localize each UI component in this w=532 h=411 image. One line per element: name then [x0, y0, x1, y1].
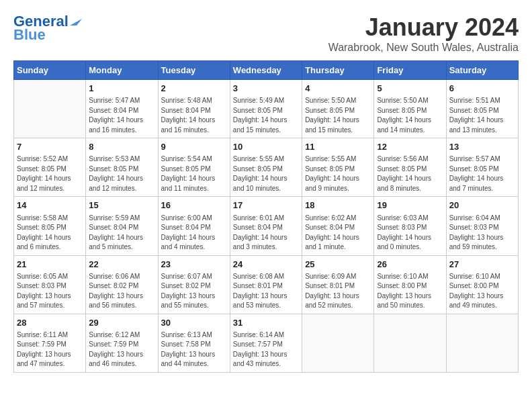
- calendar-cell: 25Sunrise: 6:09 AM Sunset: 8:01 PM Dayli…: [302, 255, 374, 314]
- day-number: 2: [161, 83, 227, 95]
- day-info: Sunrise: 6:02 AM Sunset: 8:04 PM Dayligh…: [305, 214, 371, 253]
- calendar-cell: [302, 314, 374, 372]
- day-info: Sunrise: 6:13 AM Sunset: 7:58 PM Dayligh…: [161, 330, 227, 369]
- week-row-3: 14Sunrise: 5:58 AM Sunset: 8:05 PM Dayli…: [14, 197, 519, 255]
- day-info: Sunrise: 6:05 AM Sunset: 8:03 PM Dayligh…: [17, 272, 83, 311]
- calendar-cell: 3Sunrise: 5:49 AM Sunset: 8:05 PM Daylig…: [230, 80, 302, 138]
- day-number: 11: [305, 141, 371, 153]
- day-info: Sunrise: 5:49 AM Sunset: 8:05 PM Dayligh…: [233, 96, 299, 135]
- day-info: Sunrise: 6:09 AM Sunset: 8:01 PM Dayligh…: [305, 272, 371, 311]
- calendar-cell: 28Sunrise: 6:11 AM Sunset: 7:59 PM Dayli…: [14, 314, 86, 372]
- weekday-header-tuesday: Tuesday: [158, 61, 230, 80]
- logo-blue-text: Blue: [13, 27, 46, 43]
- calendar-cell: [14, 80, 86, 138]
- calendar-cell: 10Sunrise: 5:55 AM Sunset: 8:05 PM Dayli…: [230, 138, 302, 197]
- calendar-cell: 8Sunrise: 5:53 AM Sunset: 8:05 PM Daylig…: [86, 138, 158, 197]
- calendar-cell: 19Sunrise: 6:03 AM Sunset: 8:03 PM Dayli…: [374, 197, 446, 255]
- calendar-title: January 2024: [328, 13, 519, 42]
- calendar-cell: 1Sunrise: 5:47 AM Sunset: 8:04 PM Daylig…: [86, 80, 158, 138]
- weekday-header-saturday: Saturday: [446, 61, 518, 80]
- day-number: 19: [377, 199, 443, 212]
- calendar-cell: 2Sunrise: 5:48 AM Sunset: 8:04 PM Daylig…: [158, 80, 230, 138]
- day-number: 28: [17, 317, 83, 329]
- day-number: 16: [161, 199, 227, 212]
- day-info: Sunrise: 5:57 AM Sunset: 8:05 PM Dayligh…: [449, 154, 515, 193]
- day-info: Sunrise: 5:54 AM Sunset: 8:05 PM Dayligh…: [161, 154, 227, 193]
- day-info: Sunrise: 5:53 AM Sunset: 8:05 PM Dayligh…: [89, 154, 154, 193]
- day-number: 14: [17, 199, 83, 212]
- day-info: Sunrise: 6:07 AM Sunset: 8:02 PM Dayligh…: [161, 272, 227, 311]
- week-row-5: 28Sunrise: 6:11 AM Sunset: 7:59 PM Dayli…: [14, 314, 519, 372]
- day-info: Sunrise: 6:00 AM Sunset: 8:04 PM Dayligh…: [161, 214, 227, 253]
- calendar-cell: 17Sunrise: 6:01 AM Sunset: 8:04 PM Dayli…: [230, 197, 302, 255]
- day-info: Sunrise: 6:01 AM Sunset: 8:04 PM Dayligh…: [233, 214, 299, 253]
- logo: General Blue: [13, 13, 82, 43]
- calendar-cell: 11Sunrise: 5:55 AM Sunset: 8:05 PM Dayli…: [302, 138, 374, 197]
- day-info: Sunrise: 5:50 AM Sunset: 8:05 PM Dayligh…: [305, 96, 371, 135]
- calendar-cell: 26Sunrise: 6:10 AM Sunset: 8:00 PM Dayli…: [374, 255, 446, 314]
- calendar-cell: 16Sunrise: 6:00 AM Sunset: 8:04 PM Dayli…: [158, 197, 230, 255]
- weekday-header-thursday: Thursday: [302, 61, 374, 80]
- day-number: 20: [449, 199, 515, 212]
- day-number: 9: [161, 141, 227, 153]
- day-info: Sunrise: 6:08 AM Sunset: 8:01 PM Dayligh…: [233, 272, 299, 311]
- day-number: 29: [89, 317, 154, 329]
- week-row-4: 21Sunrise: 6:05 AM Sunset: 8:03 PM Dayli…: [14, 255, 519, 314]
- calendar-cell: 22Sunrise: 6:06 AM Sunset: 8:02 PM Dayli…: [86, 255, 158, 314]
- weekday-header-monday: Monday: [86, 61, 158, 80]
- day-number: 3: [233, 83, 299, 95]
- day-info: Sunrise: 5:55 AM Sunset: 8:05 PM Dayligh…: [233, 154, 299, 193]
- day-number: 5: [377, 83, 443, 95]
- svg-marker-0: [70, 19, 82, 26]
- day-number: 18: [305, 199, 371, 212]
- day-number: 13: [449, 141, 515, 153]
- day-number: 10: [233, 141, 299, 153]
- calendar-cell: 12Sunrise: 5:56 AM Sunset: 8:05 PM Dayli…: [374, 138, 446, 197]
- day-info: Sunrise: 6:12 AM Sunset: 7:59 PM Dayligh…: [89, 330, 154, 369]
- calendar-cell: 14Sunrise: 5:58 AM Sunset: 8:05 PM Dayli…: [14, 197, 86, 255]
- title-block: January 2024 Warabrook, New South Wales,…: [328, 13, 519, 54]
- day-number: 30: [161, 317, 227, 329]
- calendar-cell: 29Sunrise: 6:12 AM Sunset: 7:59 PM Dayli…: [86, 314, 158, 372]
- calendar-cell: 24Sunrise: 6:08 AM Sunset: 8:01 PM Dayli…: [230, 255, 302, 314]
- header: General Blue January 2024 Warabrook, New…: [13, 13, 519, 54]
- day-info: Sunrise: 6:06 AM Sunset: 8:02 PM Dayligh…: [89, 272, 154, 311]
- day-info: Sunrise: 6:10 AM Sunset: 8:00 PM Dayligh…: [449, 272, 515, 311]
- calendar-cell: 18Sunrise: 6:02 AM Sunset: 8:04 PM Dayli…: [302, 197, 374, 255]
- calendar-cell: [446, 314, 518, 372]
- day-info: Sunrise: 6:10 AM Sunset: 8:00 PM Dayligh…: [377, 272, 443, 311]
- week-row-2: 7Sunrise: 5:52 AM Sunset: 8:05 PM Daylig…: [14, 138, 519, 197]
- calendar-cell: 21Sunrise: 6:05 AM Sunset: 8:03 PM Dayli…: [14, 255, 86, 314]
- calendar-cell: 27Sunrise: 6:10 AM Sunset: 8:00 PM Dayli…: [446, 255, 518, 314]
- calendar-subtitle: Warabrook, New South Wales, Australia: [328, 42, 519, 54]
- day-number: 24: [233, 259, 299, 271]
- day-number: 25: [305, 259, 371, 271]
- calendar-cell: 15Sunrise: 5:59 AM Sunset: 8:04 PM Dayli…: [86, 197, 158, 255]
- calendar-cell: 7Sunrise: 5:52 AM Sunset: 8:05 PM Daylig…: [14, 138, 86, 197]
- day-number: 26: [377, 259, 443, 271]
- day-number: 8: [89, 141, 154, 153]
- day-number: 4: [305, 83, 371, 95]
- day-number: 15: [89, 199, 154, 212]
- day-number: 6: [449, 83, 515, 95]
- day-info: Sunrise: 5:55 AM Sunset: 8:05 PM Dayligh…: [305, 154, 371, 193]
- day-info: Sunrise: 6:14 AM Sunset: 7:57 PM Dayligh…: [233, 330, 299, 369]
- calendar-cell: 20Sunrise: 6:04 AM Sunset: 8:03 PM Dayli…: [446, 197, 518, 255]
- day-number: 27: [449, 259, 515, 271]
- calendar-cell: 23Sunrise: 6:07 AM Sunset: 8:02 PM Dayli…: [158, 255, 230, 314]
- calendar-cell: 13Sunrise: 5:57 AM Sunset: 8:05 PM Dayli…: [446, 138, 518, 197]
- day-number: 7: [17, 141, 83, 153]
- day-number: 17: [233, 199, 299, 212]
- day-info: Sunrise: 5:52 AM Sunset: 8:05 PM Dayligh…: [17, 154, 83, 193]
- calendar-cell: 9Sunrise: 5:54 AM Sunset: 8:05 PM Daylig…: [158, 138, 230, 197]
- calendar-cell: 5Sunrise: 5:50 AM Sunset: 8:05 PM Daylig…: [374, 80, 446, 138]
- calendar-cell: 4Sunrise: 5:50 AM Sunset: 8:05 PM Daylig…: [302, 80, 374, 138]
- calendar-cell: 31Sunrise: 6:14 AM Sunset: 7:57 PM Dayli…: [230, 314, 302, 372]
- day-info: Sunrise: 6:11 AM Sunset: 7:59 PM Dayligh…: [17, 330, 83, 369]
- day-number: 23: [161, 259, 227, 271]
- day-number: 1: [89, 83, 154, 95]
- week-row-1: 1Sunrise: 5:47 AM Sunset: 8:04 PM Daylig…: [14, 80, 519, 138]
- weekday-header-friday: Friday: [374, 61, 446, 80]
- logo-bird-icon: [70, 13, 82, 26]
- day-info: Sunrise: 5:48 AM Sunset: 8:04 PM Dayligh…: [161, 96, 227, 135]
